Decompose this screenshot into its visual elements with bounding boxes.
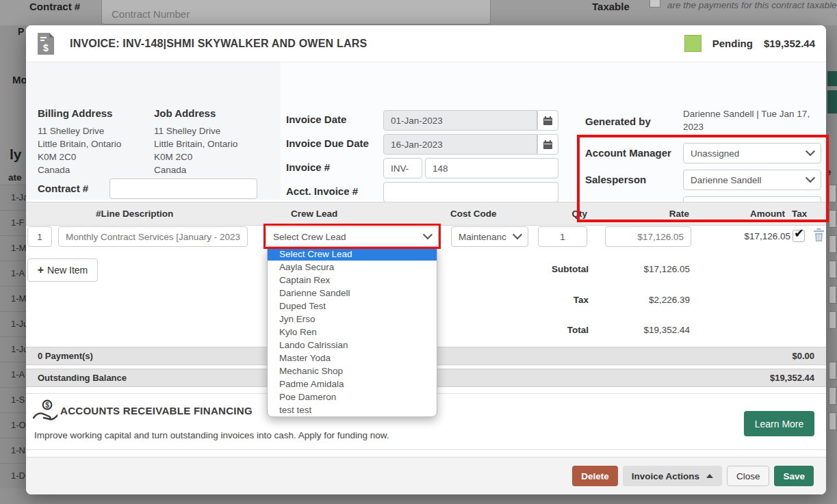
rate-input[interactable]: [605, 226, 691, 247]
bg-cell-fragment: [829, 412, 836, 430]
background-top-bar: Contract # Taxable are the payments for …: [0, 0, 837, 25]
screen: Contract # Taxable are the payments for …: [0, 0, 837, 504]
invoice-prefix-input[interactable]: [383, 158, 422, 178]
bg-green-button-fragment: [827, 71, 837, 86]
delete-button[interactable]: Delete: [572, 466, 618, 486]
bg-taxable-label: Taxable: [592, 1, 630, 12]
bg-taxable-checkbox: [649, 0, 660, 8]
line-description-input[interactable]: [58, 226, 248, 247]
financing-subtitle: Improve working capital and turn outstan…: [34, 430, 389, 440]
billing-address-line: Little Britain, Ontario: [38, 137, 121, 150]
crew-lead-option[interactable]: Padme Amidala: [268, 377, 437, 390]
crew-lead-option[interactable]: Select Crew Lead: [268, 248, 437, 261]
acct-invoice-input[interactable]: [383, 182, 558, 202]
new-item-label: New Item: [47, 265, 88, 276]
bg-contract-label: Contract #: [29, 1, 80, 12]
financing-title: ACCOUNTS RECEIVABLE FINANCING: [60, 405, 253, 416]
cost-code-value: Maintenanc: [459, 232, 506, 242]
invoice-date-calendar-button[interactable]: [537, 110, 558, 131]
crew-lead-option[interactable]: Lando Calrissian: [268, 339, 437, 352]
crew-lead-option[interactable]: test test: [268, 403, 437, 416]
bg-table-row: 1-M: [0, 286, 26, 311]
due-date-label: Invoice Due Date: [286, 137, 369, 149]
payments-label: 0 Payment(s): [38, 351, 93, 361]
crew-lead-option[interactable]: Poe Dameron: [268, 390, 437, 403]
plus-icon: +: [38, 264, 44, 276]
bg-cell-fragment: [829, 261, 836, 278]
bg-fragment-4: ate: [8, 172, 22, 183]
crew-lead-option[interactable]: Jyn Erso: [268, 313, 437, 326]
salesperson-label: Salesperson: [585, 174, 646, 185]
crew-lead-option[interactable]: Aayla Secura: [268, 261, 437, 274]
invoice-total-amount: $19,352.44: [764, 38, 815, 49]
crew-lead-select[interactable]: Select Crew Lead: [266, 226, 439, 247]
modal-footer: Delete Invoice Actions Close Save: [26, 457, 826, 494]
billing-address-line: K0M 2C0: [38, 150, 121, 163]
bg-table-row: 1-A: [0, 362, 26, 387]
save-button[interactable]: Save: [774, 466, 814, 486]
close-button[interactable]: Close: [727, 466, 770, 486]
crew-lead-option[interactable]: Darienne Sandell: [268, 287, 437, 300]
invoice-info-section: Billing Address 11 Shelley DriveLittle B…: [26, 62, 826, 200]
bg-cell-fragment: [829, 362, 836, 380]
billing-address-line: Canada: [38, 163, 121, 176]
job-address-line: K0M 2C0: [154, 150, 237, 163]
invoice-actions-button[interactable]: Invoice Actions: [623, 466, 722, 486]
bg-table-row: 1-Ja: [0, 185, 26, 210]
cost-code-select[interactable]: Maintenanc: [451, 226, 528, 247]
bg-cell-fragment: [829, 235, 836, 253]
crew-lead-option[interactable]: Mechanic Shop: [268, 364, 437, 377]
job-address-line: 11 Shelley Drive: [154, 124, 237, 137]
crew-lead-option[interactable]: Master Yoda: [268, 352, 437, 364]
outstanding-balance-label: Outstanding Balance: [38, 373, 127, 383]
bg-green-button-fragment: [827, 90, 837, 114]
tax-value: $2,226.39: [554, 295, 690, 305]
learn-more-button[interactable]: Learn More: [744, 411, 814, 436]
col-cost-code: Cost Code: [450, 209, 497, 219]
invoice-document-icon: $: [37, 33, 55, 55]
job-address: 11 Shelley DriveLittle Britain, OntarioK…: [154, 124, 237, 176]
line-amount: $17,126.05: [722, 231, 790, 241]
invoice-number-input[interactable]: [425, 158, 558, 178]
tax-checkbox[interactable]: ✔: [793, 230, 805, 242]
salesperson-value: Darienne Sandell: [691, 175, 762, 185]
outstanding-balance-amount: $19,352.44: [770, 373, 814, 383]
bg-taxable-hint: are the payments for this contract taxab…: [667, 0, 837, 10]
col-qty: Qty: [539, 209, 587, 219]
trash-icon: [813, 228, 825, 242]
bg-table-row: 1-N: [0, 438, 26, 463]
bg-cell-fragment: [829, 210, 836, 228]
col-crew-lead: Crew Lead: [291, 209, 337, 219]
line-number-input[interactable]: [27, 226, 52, 247]
col-amount: Amount: [730, 209, 785, 219]
bg-table-row: 1-Ju: [0, 336, 26, 362]
modal-header: $ INVOICE: INV-148|SHMI SKYWALKER AND OW…: [26, 25, 826, 62]
col-tax: Tax: [792, 209, 807, 219]
status-label: Pending: [712, 38, 753, 49]
invoice-date-input[interactable]: [383, 110, 537, 131]
qty-input[interactable]: [538, 226, 587, 247]
due-date-input[interactable]: [383, 134, 537, 155]
address-card: Billing Address 11 Shelley DriveLittle B…: [26, 62, 281, 200]
account-manager-value: Unassigned: [691, 148, 739, 159]
crew-lead-dropdown: Select Crew LeadAayla SecuraCaptain RexD…: [267, 247, 437, 417]
contract-number-input[interactable]: [110, 178, 257, 199]
bg-cell-fragment: [829, 387, 836, 405]
job-address-label: Job Address: [154, 107, 216, 119]
crew-lead-option[interactable]: Captain Rex: [268, 274, 437, 287]
chevron-down-icon: [513, 230, 522, 239]
bg-table-row: 1-M: [0, 235, 26, 261]
chevron-down-icon: [423, 230, 433, 239]
chevron-down-icon: [806, 146, 815, 156]
new-item-button[interactable]: + New Item: [27, 258, 98, 282]
crew-lead-option[interactable]: Kylo Ren: [268, 326, 437, 339]
invoice-number-label: Invoice #: [286, 161, 330, 173]
calendar-icon: [543, 140, 552, 149]
due-date-calendar-button[interactable]: [537, 134, 558, 155]
salesperson-select[interactable]: Darienne Sandell: [683, 170, 821, 190]
svg-text:$: $: [45, 401, 49, 409]
account-manager-select[interactable]: Unassigned: [683, 143, 821, 163]
account-manager-label: Account Manager: [585, 147, 671, 159]
delete-line-button[interactable]: [813, 228, 825, 245]
crew-lead-option[interactable]: Duped Test: [268, 300, 437, 313]
